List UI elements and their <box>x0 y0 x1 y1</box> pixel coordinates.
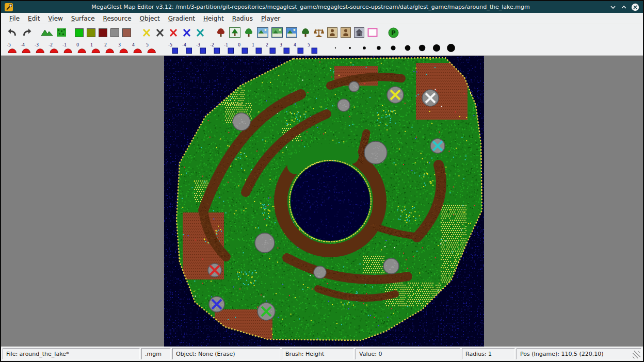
surface-road-button[interactable] <box>98 26 108 40</box>
status-pos-text: Pos (Ingame): 110,5 (220,10) <box>520 351 603 357</box>
maximize-button[interactable] <box>620 4 627 11</box>
svg-text:2: 2 <box>104 43 107 47</box>
svg-text:-5: -5 <box>168 43 172 47</box>
svg-text:-1: -1 <box>62 43 67 47</box>
height-brush--2[interactable]: -2 <box>47 41 60 55</box>
redo-button[interactable] <box>20 26 34 40</box>
gradient-brush-4[interactable]: 4 <box>293 41 305 55</box>
toolbar-brushes: -5-4-3-2-1012345-5-4-3-2-1012345 <box>1 41 643 56</box>
gradient-brush-2[interactable]: 2 <box>265 41 278 55</box>
surface-tool-button[interactable] <box>55 26 68 40</box>
object-tree-red-button[interactable] <box>215 26 227 40</box>
svg-text:0: 0 <box>76 43 79 47</box>
window-title: MegaGlest Map Editor v3.12; /mnt/3-parti… <box>16 4 605 10</box>
menu-object[interactable]: Object <box>136 14 164 23</box>
toolbar-separator <box>379 27 387 38</box>
radius-2-button[interactable] <box>343 41 357 55</box>
gradient-brush--4[interactable]: -4 <box>181 41 194 55</box>
minimize-button[interactable] <box>609 4 617 11</box>
height-brush--3[interactable]: -3 <box>34 41 46 55</box>
surface-grass-button[interactable] <box>74 26 85 40</box>
map-viewport[interactable] <box>1 56 643 347</box>
height-brush-0[interactable]: 0 <box>75 41 88 55</box>
radius-3-button[interactable] <box>358 41 371 55</box>
gradient-brush--2[interactable]: -2 <box>209 41 222 55</box>
radius-7-button[interactable] <box>415 41 429 55</box>
resource-gold-button[interactable] <box>140 26 153 40</box>
status-file-text: File: around_the_lake* <box>6 351 69 357</box>
surface-secondary-grass-button[interactable] <box>86 26 96 40</box>
object-tree-dark-button[interactable] <box>299 26 312 40</box>
gradient-brush-5[interactable]: 5 <box>307 41 319 55</box>
object-landscape-2-button[interactable] <box>270 26 284 40</box>
object-erase-frame-button[interactable] <box>366 26 379 40</box>
window-controls <box>609 3 639 11</box>
svg-text:5: 5 <box>308 43 310 47</box>
svg-text:3: 3 <box>280 43 282 47</box>
svg-text:2: 2 <box>266 43 268 47</box>
object-figure-2-button[interactable] <box>340 26 352 40</box>
height-brush-1[interactable]: 1 <box>89 41 102 55</box>
menu-file[interactable]: File <box>5 14 24 23</box>
radius-8-button[interactable] <box>430 41 443 55</box>
radius-6-button[interactable] <box>401 41 414 55</box>
status-extension-text: .mgm <box>145 351 162 357</box>
menu-player[interactable]: Player <box>257 14 284 23</box>
menu-view[interactable]: View <box>44 14 67 23</box>
object-scales-button[interactable] <box>313 26 325 40</box>
surface-stone-button[interactable] <box>109 26 120 40</box>
gradient-brush-0[interactable]: 0 <box>237 41 250 55</box>
radius-4-button[interactable] <box>372 41 385 55</box>
height-brush--4[interactable]: -4 <box>20 41 33 55</box>
svg-text:-1: -1 <box>224 43 228 47</box>
gradient-brush--1[interactable]: -1 <box>223 41 236 55</box>
height-brush--5[interactable]: -5 <box>6 41 19 55</box>
radius-1-button[interactable] <box>329 41 342 55</box>
object-framed-tree-button[interactable] <box>228 26 242 40</box>
radius-5-button[interactable] <box>387 41 400 55</box>
status-brush: Brush: Height <box>282 348 354 359</box>
svg-text:-3: -3 <box>35 43 39 47</box>
radius-9-button[interactable] <box>444 41 458 55</box>
height-brush-3[interactable]: 3 <box>117 41 130 55</box>
surface-ground-button[interactable] <box>121 26 132 40</box>
menu-surface[interactable]: Surface <box>67 14 99 23</box>
resource-5-button[interactable] <box>194 26 206 40</box>
object-building-button[interactable] <box>353 26 365 40</box>
close-button[interactable] <box>631 3 639 11</box>
resource-3-button[interactable] <box>167 26 180 40</box>
menu-gradient[interactable]: Gradient <box>164 14 199 23</box>
object-landscape-1-button[interactable] <box>256 26 269 40</box>
menu-radius[interactable]: Radius <box>228 14 257 23</box>
svg-text:0: 0 <box>238 43 240 47</box>
height-brush-4[interactable]: 4 <box>131 41 144 55</box>
toolbar-separator <box>320 42 328 54</box>
menu-height[interactable]: Height <box>199 14 228 23</box>
status-bar: File: around_the_lake*.mgmObject: None (… <box>1 347 643 361</box>
resource-4-button[interactable] <box>181 26 193 40</box>
menu-edit[interactable]: Edit <box>24 14 44 23</box>
object-figure-1-button[interactable] <box>326 26 339 40</box>
title-bar[interactable]: MegaGlest Map Editor v3.12; /mnt/3-parti… <box>1 1 643 13</box>
status-radius: Radius: 1 <box>462 348 515 359</box>
resource-stone-button[interactable] <box>154 26 166 40</box>
menu-resource[interactable]: Resource <box>99 14 136 23</box>
resize-grip[interactable] <box>633 351 640 358</box>
player-button[interactable]: P <box>387 26 400 40</box>
svg-text:P: P <box>391 29 396 37</box>
gradient-brush--3[interactable]: -3 <box>195 41 208 55</box>
gradient-brush-1[interactable]: 1 <box>251 41 264 55</box>
gradient-brush--5[interactable]: -5 <box>167 41 180 55</box>
gradient-brush-3[interactable]: 3 <box>279 41 292 55</box>
height-brush--1[interactable]: -1 <box>61 41 74 55</box>
svg-text:-2: -2 <box>210 43 214 47</box>
svg-text:-4: -4 <box>21 43 25 47</box>
height-brush-2[interactable]: 2 <box>103 41 116 55</box>
map-canvas[interactable] <box>164 56 484 347</box>
object-landscape-3-button[interactable] <box>285 26 298 40</box>
object-tree-green-button[interactable] <box>243 26 255 40</box>
height-brush-5[interactable]: 5 <box>145 41 158 55</box>
height-tool-button[interactable] <box>40 26 54 40</box>
undo-button[interactable] <box>6 26 19 40</box>
status-file: File: around_the_lake* <box>3 348 140 359</box>
